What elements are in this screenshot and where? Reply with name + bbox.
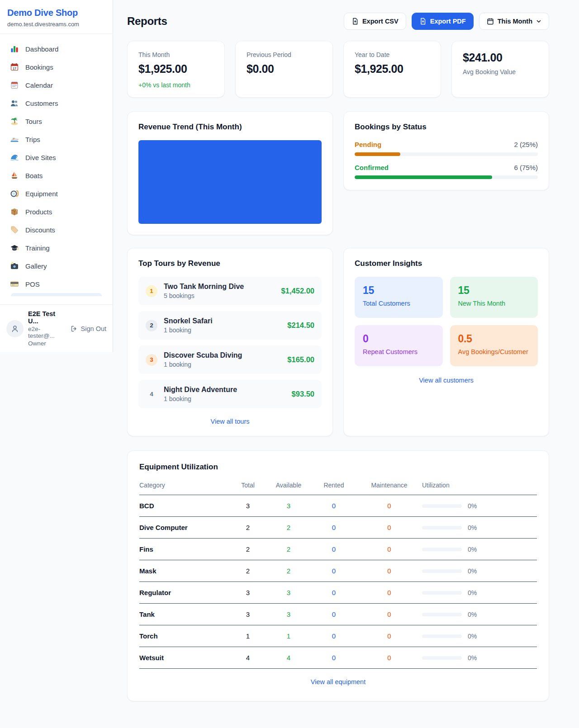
shop-name: Demo Dive Shop — [7, 8, 105, 18]
tour-row: 2 Snorkel Safari 1 booking $214.50 — [138, 311, 322, 340]
sign-out-button[interactable]: Sign Out — [71, 325, 106, 332]
equipment-maintenance: 0 — [356, 502, 422, 510]
equipment-maintenance: 0 — [356, 654, 422, 662]
table-row: Wetsuit 4 4 0 0 0% — [139, 647, 537, 669]
equipment-total: 2 — [230, 567, 266, 575]
equipment-total: 4 — [230, 654, 266, 662]
rank-badge: 4 — [146, 388, 157, 400]
sidebar-item-pos[interactable]: POS — [5, 275, 107, 293]
view-all-customers-link[interactable]: View all customers — [355, 377, 538, 384]
sidebar-item-bookings[interactable]: 17 Bookings — [5, 58, 107, 76]
tile-value: 15 — [363, 284, 435, 297]
equipment-total: 2 — [230, 545, 266, 553]
main-content: Reports Export CSV Export PDF This Month… — [113, 0, 579, 719]
sidebar-item-trips[interactable]: Trips — [5, 130, 107, 148]
sidebar-item-customers[interactable]: Customers — [5, 94, 107, 112]
equipment-available: 3 — [266, 502, 311, 510]
equipment-available: 1 — [266, 632, 311, 640]
stat-cards: This Month $1,925.00 +0% vs last month P… — [127, 41, 549, 98]
stat-label: Year to Date — [355, 51, 430, 58]
tile-label: New This Month — [458, 300, 530, 307]
sidebar-item-dive-sites[interactable]: Dive Sites — [5, 148, 107, 166]
equipment-rented: 0 — [311, 589, 356, 596]
sign-out-label: Sign Out — [81, 325, 106, 332]
sidebar-item-products[interactable]: Products — [5, 203, 107, 221]
camera-icon — [10, 261, 19, 270]
speedboat-icon — [10, 135, 19, 144]
export-pdf-label: Export PDF — [430, 18, 466, 25]
stat-delta: +0% vs last month — [138, 81, 214, 89]
tour-revenue: $214.50 — [287, 321, 314, 330]
sidebar-item-label: Dive Sites — [25, 154, 56, 161]
progress-track — [355, 175, 538, 179]
equipment-total: 1 — [230, 632, 266, 640]
sidebar-item-discounts[interactable]: Discounts — [5, 221, 107, 239]
equipment-utilization-card: Equipment Utilization Category Total Ava… — [127, 450, 549, 701]
export-csv-button[interactable]: Export CSV — [344, 13, 406, 30]
sidebar: Demo Dive Shop demo.test.divestreams.com… — [0, 0, 113, 352]
equipment-available: 2 — [266, 545, 311, 553]
stat-value: $1,925.00 — [355, 62, 430, 76]
view-all-equipment-link[interactable]: View all equipment — [139, 678, 537, 685]
sidebar-item-gallery[interactable]: Gallery — [5, 257, 107, 275]
equipment-rented: 0 — [311, 567, 356, 575]
table-row: Torch 1 1 0 0 0% — [139, 625, 537, 647]
tour-name: Two Tank Morning Dive — [164, 283, 275, 291]
tour-row: 1 Two Tank Morning Dive 5 bookings $1,45… — [138, 277, 322, 305]
bookings-by-status-title: Bookings by Status — [355, 123, 538, 132]
stat-label: This Month — [138, 51, 214, 58]
equipment-available: 4 — [266, 654, 311, 662]
sidebar-item-equipment[interactable]: Equipment — [5, 184, 107, 203]
equipment-maintenance: 0 — [356, 589, 422, 596]
export-pdf-button[interactable]: Export PDF — [412, 13, 474, 30]
tour-revenue: $1,452.00 — [281, 287, 314, 295]
equipment-rented: 0 — [311, 632, 356, 640]
sidebar-item-tours[interactable]: Tours — [5, 112, 107, 130]
column-header-total: Total — [230, 482, 266, 489]
sidebar-item-label: Trips — [25, 136, 40, 143]
tile-label: Repeat Customers — [363, 348, 435, 355]
equipment-total: 3 — [230, 610, 266, 618]
rank-badge: 1 — [146, 285, 157, 297]
sidebar-item-boats[interactable]: Boats — [5, 166, 107, 184]
sidebar-item-reports-active-partial[interactable] — [11, 293, 102, 296]
tour-revenue: $165.00 — [287, 355, 314, 364]
progress-fill — [355, 175, 492, 179]
chevron-down-icon — [536, 19, 541, 24]
user-email: e2e-tester@... — [28, 326, 66, 339]
person-icon — [10, 324, 19, 333]
sidebar-item-dashboard[interactable]: Dashboard — [5, 40, 107, 58]
status-count: 6 (75%) — [514, 164, 538, 171]
utilization-percent: 0% — [468, 546, 477, 553]
tile-total-customers: 15 Total Customers — [355, 277, 443, 318]
period-label: This Month — [498, 18, 532, 25]
period-dropdown[interactable]: This Month — [479, 13, 549, 30]
table-row: Tank 3 3 0 0 0% — [139, 604, 537, 625]
credit-card-icon — [10, 279, 19, 288]
sidebar-item-label: Customers — [25, 99, 58, 107]
stat-card-this-month: This Month $1,925.00 +0% vs last month — [127, 41, 225, 98]
tag-icon — [10, 225, 19, 234]
equipment-total: 2 — [230, 524, 266, 531]
utilization-bar — [422, 504, 462, 508]
table-row: Fins 2 2 0 0 0% — [139, 539, 537, 560]
diving-mask-icon — [10, 189, 19, 198]
column-header-maintenance: Maintenance — [356, 482, 422, 489]
utilization-percent: 0% — [468, 654, 477, 662]
revenue-trend-title: Revenue Trend (This Month) — [138, 123, 322, 132]
sidebar-item-training[interactable]: Training — [5, 239, 107, 257]
utilization-bar — [422, 526, 462, 529]
calendar-icon — [487, 18, 494, 25]
shop-header: Demo Dive Shop demo.test.divestreams.com — [0, 0, 113, 34]
sidebar-item-label: Training — [25, 244, 50, 252]
customer-insights-card: Customer Insights 15 Total Customers 15 … — [343, 248, 549, 436]
file-download-icon — [419, 18, 427, 25]
stat-card-avg-booking-value: $241.00 Avg Booking Value — [451, 41, 549, 98]
view-all-tours-link[interactable]: View all tours — [138, 418, 322, 425]
bar-chart-icon — [10, 44, 19, 53]
sidebar-item-label: Calendar — [25, 81, 53, 89]
table-row: Regulator 3 3 0 0 0% — [139, 582, 537, 604]
sidebar-item-calendar[interactable]: Calendar — [5, 76, 107, 94]
equipment-total: 3 — [230, 502, 266, 510]
equipment-rented: 0 — [311, 524, 356, 531]
